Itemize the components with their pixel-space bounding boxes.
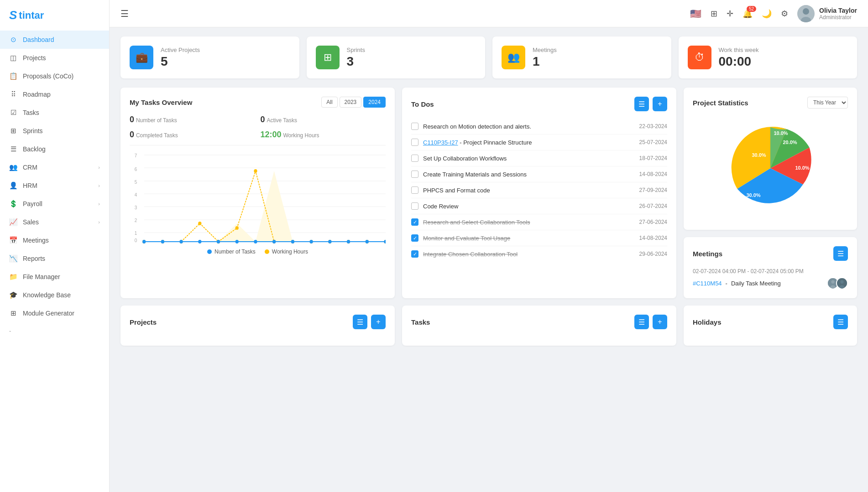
sidebar-item-module-generator[interactable]: ⊞Module Generator [0, 304, 109, 322]
svg-point-41 [272, 240, 276, 243]
todos-add-btn[interactable]: + [653, 97, 667, 111]
projects-bottom-title: Projects [130, 318, 157, 326]
payroll-icon: 💲 [9, 200, 17, 208]
number-of-tasks-value: 0 [130, 115, 134, 124]
svg-point-26 [254, 169, 257, 173]
sidebar-item-sprints[interactable]: ⊞Sprints [0, 122, 109, 140]
menu-toggle[interactable]: ☰ [120, 8, 129, 19]
todo-date-4: 14-08-2024 [639, 171, 667, 177]
todo-check-5[interactable] [411, 186, 418, 194]
sidebar-item-tasks[interactable]: ☑Tasks [0, 104, 109, 122]
sidebar-item-sales[interactable]: 📈Sales› [0, 213, 109, 231]
todos-list: Research on Motion detection and alerts.… [411, 119, 667, 262]
stat-icon-sprints: ⊞ [316, 46, 340, 69]
meeting-avatar-2 [836, 277, 848, 289]
legend-tasks-label: Number of Tasks [214, 249, 256, 255]
reports-icon: 📉 [9, 254, 17, 263]
sidebar-item-roadmap[interactable]: ⠿Roadmap [0, 85, 109, 104]
sidebar-item-reports[interactable]: 📉Reports [0, 249, 109, 268]
todo-check-2[interactable] [411, 139, 418, 146]
svg-text:7: 7 [135, 153, 137, 159]
sidebar-item-proposals[interactable]: 📋Proposals (CoCo) [0, 67, 109, 85]
language-flag[interactable]: 🇺🇸 [690, 8, 701, 19]
sidebar-item-backlog[interactable]: ☰Backlog [0, 140, 109, 158]
sidebar-item-knowledge-base[interactable]: 🎓Knowledge Base [0, 286, 109, 304]
sidebar-item-projects[interactable]: ◫Projects [0, 49, 109, 67]
todo-check-3[interactable] [411, 155, 418, 162]
todo-text-8: Monitor and Evaluate Tool Usage [423, 235, 635, 242]
todo-text-1: Research on Motion detection and alerts. [423, 123, 635, 130]
sidebar-item-dashboard[interactable]: ⊙Dashboard [0, 31, 109, 49]
todo-item-8: ✓Monitor and Evaluate Tool Usage14-08-20… [411, 230, 667, 246]
projects-list-btn[interactable]: ☰ [353, 315, 367, 329]
stat-icon-meetings: 👥 [502, 46, 525, 69]
svg-text:1: 1 [135, 231, 137, 236]
todo-check-8[interactable]: ✓ [411, 234, 418, 242]
task-stats-grid: 0 Number of Tasks 0 Active Tasks 0 Compl… [130, 115, 386, 145]
todo-check-9[interactable]: ✓ [411, 250, 418, 258]
sidebar-item-meetings[interactable]: 📅Meetings [0, 231, 109, 249]
svg-point-34 [142, 240, 146, 243]
sidebar-item-label-sales: Sales [23, 218, 39, 226]
sidebar-item-payroll[interactable]: 💲Payroll› [0, 195, 109, 213]
logo-text: tintar [19, 10, 44, 21]
apps-icon[interactable]: ⊞ [711, 9, 717, 19]
dashboard-icon: ⊙ [9, 36, 17, 44]
todo-text-3: Set Up Collaboration Workflows [423, 155, 635, 162]
sidebar-item-crm[interactable]: 👥CRM› [0, 158, 109, 176]
svg-text:0: 0 [135, 238, 137, 243]
filter-2024[interactable]: 2024 [363, 97, 386, 108]
sidebar-item-hrm[interactable]: 👤HRM› [0, 176, 109, 195]
filter-all[interactable]: All [321, 97, 337, 108]
sidebar-item-label-reports: Reports [23, 255, 45, 262]
notifications-icon[interactable]: 🔔 52 [743, 9, 753, 19]
meetings-icon: 📅 [9, 236, 17, 244]
todo-item-1: Research on Motion detection and alerts.… [411, 119, 667, 135]
logo: S tintar [0, 0, 109, 31]
tasks-bottom-card: Tasks ☰ + [402, 306, 676, 346]
stat-value-sprints: 3 [347, 54, 365, 69]
todo-check-6[interactable] [411, 202, 418, 210]
file-manager-icon: 📁 [9, 273, 17, 281]
holidays-list-btn[interactable]: ☰ [833, 315, 848, 329]
notification-badge: 52 [747, 6, 756, 12]
dark-mode-icon[interactable]: 🌙 [762, 9, 772, 19]
stat-icon-work-this-week: ⏱ [688, 46, 711, 69]
todo-link-2[interactable]: C110P35-I27 [423, 139, 458, 146]
crm-arrow-icon: › [98, 165, 100, 170]
svg-point-42 [291, 240, 294, 243]
todo-text-2: C110P35-I27 - Project Pinnacle Structure [423, 139, 635, 146]
todo-check-4[interactable] [411, 171, 418, 178]
meeting-link[interactable]: #C110M54 [693, 280, 722, 287]
todo-item-4: Create Training Materials and Sessions14… [411, 166, 667, 182]
projects-add-btn[interactable]: + [371, 315, 386, 329]
tasks-add-btn[interactable]: + [653, 315, 667, 329]
todos-title: To Dos [411, 100, 434, 108]
todo-date-3: 18-07-2024 [639, 155, 667, 161]
user-profile[interactable]: Olivia Taylor Administrator [797, 5, 857, 22]
add-icon[interactable]: ✛ [727, 9, 733, 19]
active-tasks-value: 0 [261, 115, 265, 124]
sidebar-item-label-meetings: Meetings [23, 237, 49, 244]
todos-list-view[interactable]: ☰ [634, 97, 649, 111]
todo-check-1[interactable] [411, 123, 418, 130]
meeting-name: Daily Task Meeting [731, 280, 781, 287]
todo-date-7: 27-06-2024 [639, 219, 667, 225]
completed-tasks-value: 0 [130, 130, 134, 139]
stat-label-active-projects: Active Projects [161, 47, 200, 53]
sidebar-item-label-roadmap: Roadmap [23, 91, 51, 98]
user-name: Olivia Taylor [819, 7, 857, 14]
filter-2023[interactable]: 2023 [340, 97, 362, 108]
settings-icon[interactable]: ⚙ [781, 9, 788, 19]
pie-chart: 20.0% 10.0% 30.0% 30.0% 10.0% [722, 120, 818, 216]
project-stats-filter[interactable]: This Year Last Year [807, 97, 848, 109]
todo-text-4: Create Training Materials and Sessions [423, 171, 635, 178]
meetings-title: Meetings [693, 250, 722, 258]
roadmap-icon: ⠿ [9, 90, 17, 98]
tasks-list-btn[interactable]: ☰ [634, 315, 649, 329]
todo-check-7[interactable]: ✓ [411, 218, 418, 226]
meetings-list-btn[interactable]: ☰ [833, 246, 848, 261]
svg-point-40 [254, 240, 257, 243]
tasks-icon: ☑ [9, 109, 17, 117]
sidebar-item-file-manager[interactable]: 📁File Manager [0, 268, 109, 286]
